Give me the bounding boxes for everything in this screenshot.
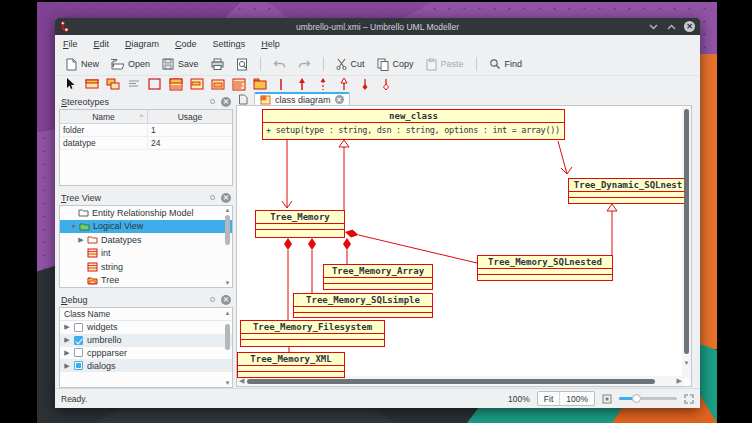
composition-tool[interactable] <box>378 78 393 91</box>
uml-class-tree-memory[interactable]: Tree_Memory <box>255 210 345 238</box>
debug-row-cppparser[interactable]: ▶ cppparser <box>60 347 232 360</box>
menu-edit[interactable]: Edit <box>94 39 110 49</box>
chevron-right-icon[interactable]: ▶ <box>64 323 70 331</box>
package-tool[interactable] <box>252 78 267 91</box>
uml-class-tree-memory-sqlnested[interactable]: Tree_Memory_SQLnested <box>477 255 613 281</box>
save-button[interactable]: Save <box>158 56 203 72</box>
chevron-right-icon[interactable]: ▶ <box>78 236 84 244</box>
scroll-down-icon[interactable]: ▼ <box>224 380 231 386</box>
enum-tool[interactable] <box>231 78 246 91</box>
scrollbar-thumb[interactable] <box>247 379 655 384</box>
menu-code[interactable]: Code <box>175 39 197 49</box>
menu-settings[interactable]: Settings <box>213 39 246 49</box>
scrollbar-thumb[interactable] <box>684 109 689 354</box>
debug-column-header[interactable]: Class Name <box>60 308 232 321</box>
close-panel-icon[interactable]: ✕ <box>221 193 231 203</box>
class-tool[interactable] <box>84 78 99 91</box>
uml-class-tree-memory-xml[interactable]: Tree_Memory_XML <box>237 352 345 378</box>
scroll-down-icon[interactable]: ▼ <box>224 280 231 286</box>
chevron-right-icon[interactable]: ▶ <box>64 336 70 344</box>
box-tool[interactable] <box>147 78 162 91</box>
tree-view-scrollbar[interactable]: ▲ ▼ <box>224 207 231 286</box>
association-tool[interactable] <box>273 78 288 91</box>
datatype-tool[interactable] <box>210 78 225 91</box>
tree-view-panel-header[interactable]: Tree View ✕ <box>59 190 233 205</box>
print-preview-button[interactable] <box>232 56 252 73</box>
tab-close-icon[interactable]: ✕ <box>335 95 344 104</box>
uml-class-tree-memory-sqlsimple[interactable]: Tree_Memory_SQLsimple <box>293 293 433 318</box>
dependency-tool[interactable] <box>315 78 330 91</box>
copy-button[interactable]: Copy <box>373 56 418 73</box>
chevron-down-icon[interactable]: ▼ <box>70 223 76 230</box>
debug-row-umbrello[interactable]: ▶ umbrello <box>60 334 232 347</box>
fit-button[interactable]: Fit <box>538 392 560 405</box>
debug-row-dialogs[interactable]: ▶ dialogs <box>60 359 232 372</box>
uml-class-tree-dynamic-sqlnest[interactable]: Tree_Dynamic_SQLnest <box>568 178 684 204</box>
tree-item-entity-relationship-model[interactable]: Entity Relationship Model <box>60 206 232 220</box>
close-panel-icon[interactable]: ✕ <box>221 295 231 305</box>
fullscreen-icon[interactable] <box>684 394 694 404</box>
zoom-slider[interactable] <box>619 393 677 405</box>
debug-panel-header[interactable]: Debug ✕ <box>59 292 233 307</box>
close-button[interactable]: ✕ <box>684 21 695 32</box>
paste-button[interactable]: Paste <box>422 56 468 73</box>
checkbox-partial-icon[interactable] <box>74 361 83 370</box>
select-tool[interactable] <box>63 78 78 91</box>
uml-class-tree-memory-filesystem[interactable]: Tree_Memory_Filesystem <box>240 320 385 347</box>
scroll-up-icon[interactable]: ▲ <box>224 310 231 316</box>
object-tool[interactable] <box>105 78 120 91</box>
directed-association-tool[interactable] <box>294 78 309 91</box>
menu-help[interactable]: Help <box>261 39 280 49</box>
generalization-tool[interactable] <box>336 78 351 91</box>
minimize-button[interactable] <box>648 21 659 32</box>
close-panel-icon[interactable]: ✕ <box>221 97 231 107</box>
new-tab-button[interactable] <box>236 93 250 105</box>
stereotypes-table-header[interactable]: Name^ Usage <box>60 110 232 124</box>
open-button[interactable]: Open <box>107 57 154 72</box>
scrollbar-thumb[interactable] <box>225 324 230 350</box>
checkbox-unchecked-icon[interactable] <box>74 323 83 332</box>
tree-item-datatypes[interactable]: ▶ Datatypes <box>60 233 232 247</box>
uml-class-tree-memory-array[interactable]: Tree_Memory_Array <box>323 264 433 290</box>
checkbox-checked-icon[interactable] <box>74 336 83 345</box>
table-row[interactable]: datatype 24 <box>60 137 232 150</box>
new-button[interactable]: New <box>61 56 103 73</box>
tree-item-logical-view[interactable]: ▼ Logical View <box>60 220 232 234</box>
titlebar[interactable]: umbrello-uml.xmi – Umbrello UML Modeller… <box>55 18 700 35</box>
aggregation-tool[interactable] <box>357 78 372 91</box>
debug-title: Debug <box>61 295 88 305</box>
scrollbar-thumb[interactable] <box>225 215 230 245</box>
scroll-down-icon[interactable]: ▼ <box>683 360 690 366</box>
redo-button[interactable] <box>294 57 315 72</box>
checkbox-unchecked-icon[interactable] <box>74 348 83 357</box>
zoom-100-button[interactable]: 100% <box>560 392 594 405</box>
text-tool[interactable] <box>126 78 141 91</box>
class-abc-tool[interactable] <box>168 78 183 91</box>
menu-file[interactable]: File <box>63 39 78 49</box>
interface-tool[interactable] <box>189 78 204 91</box>
float-panel-icon[interactable] <box>210 297 215 302</box>
tree-item-tree[interactable]: Tree <box>60 274 232 288</box>
menu-diagram[interactable]: Diagram <box>125 39 159 49</box>
tree-item-string[interactable]: string <box>60 260 232 274</box>
slider-handle[interactable] <box>632 394 641 403</box>
float-panel-icon[interactable] <box>210 195 215 200</box>
print-button[interactable] <box>207 56 228 72</box>
debug-row-widgets[interactable]: ▶ widgets <box>60 321 232 334</box>
zoom-fit-page-icon[interactable] <box>602 394 612 404</box>
cut-button[interactable]: Cut <box>332 56 369 72</box>
chevron-right-icon[interactable]: ▶ <box>64 349 70 357</box>
table-row[interactable]: folder 1 <box>60 124 232 137</box>
tree-item-int[interactable]: int <box>60 247 232 261</box>
scroll-up-icon[interactable]: ▲ <box>224 207 231 213</box>
uml-class-new-class[interactable]: new_class + setup(type : string, dsn : s… <box>262 109 565 140</box>
float-panel-icon[interactable] <box>210 99 215 104</box>
debug-scrollbar[interactable]: ▲ ▼ <box>224 322 231 377</box>
diagram-canvas[interactable]: new_class + setup(type : string, dsn : s… <box>237 106 684 378</box>
stereotypes-panel-header[interactable]: Stereotypes ✕ <box>59 94 233 109</box>
undo-button[interactable] <box>269 57 290 72</box>
find-button[interactable]: Find <box>485 56 527 72</box>
chevron-right-icon[interactable]: ▶ <box>64 362 70 370</box>
tab-class-diagram[interactable]: class diagram ✕ <box>254 92 350 105</box>
maximize-button[interactable] <box>666 21 677 32</box>
